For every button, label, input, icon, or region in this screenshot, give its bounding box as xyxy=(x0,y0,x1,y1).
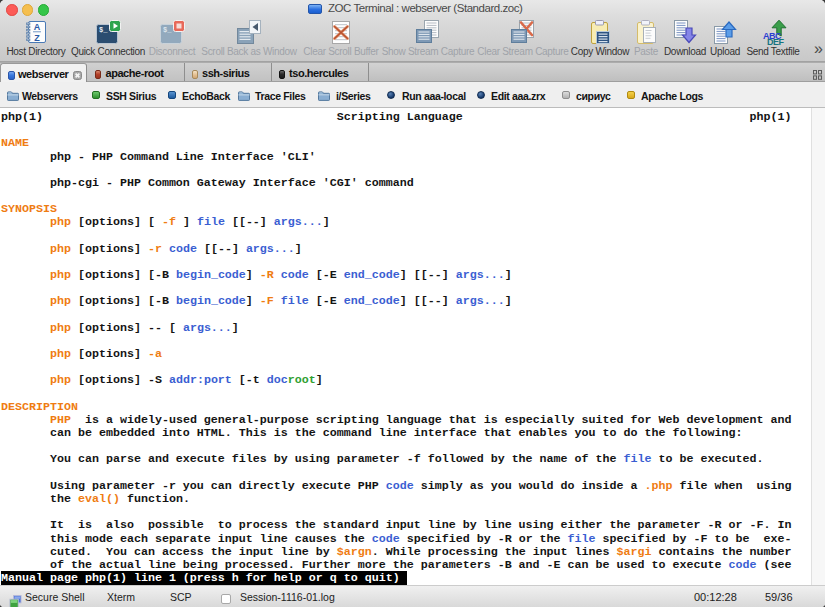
svg-text:$_: $_ xyxy=(163,26,172,34)
svg-text:$_: $_ xyxy=(99,26,108,34)
svg-text:Z: Z xyxy=(34,33,40,43)
svg-text:A: A xyxy=(34,22,41,32)
